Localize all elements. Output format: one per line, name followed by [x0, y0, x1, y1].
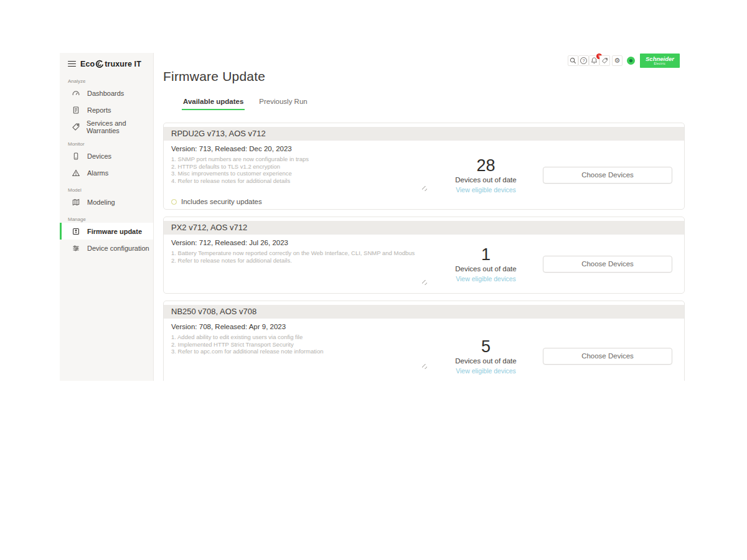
sidebar-item-label: Modeling — [87, 198, 115, 206]
card-title: NB250 v708, AOS v708 — [164, 305, 684, 319]
security-note-row: Includes security updates — [171, 198, 429, 205]
sidebar-item-label: Services and Warranties — [87, 119, 153, 134]
choose-devices-button[interactable]: Choose Devices — [543, 256, 672, 273]
card-title: RPDU2G v713, AOS v712 — [164, 127, 684, 141]
promo-tag-icon — [601, 57, 609, 65]
help-icon: ? — [580, 57, 587, 64]
sliders-icon — [72, 243, 81, 253]
map-icon — [72, 197, 81, 207]
firmware-update-icon — [72, 226, 81, 236]
schneider-logo-line2: Electric — [654, 62, 666, 65]
release-note: 2. HTTPS defaults to TLS v1.2 encryption — [171, 163, 429, 170]
choose-devices-button[interactable]: Choose Devices — [543, 167, 672, 184]
sidebar-item-firmware-update[interactable]: Firmware update — [60, 223, 153, 240]
release-note: 2. Implemented HTTP Strict Transport Sec… — [171, 341, 429, 348]
devices-count-label: Devices out of date — [429, 357, 543, 365]
search-icon — [569, 57, 577, 65]
sidebar-item-label: Device configuration — [87, 245, 149, 252]
sidebar-item-label: Devices — [87, 152, 111, 160]
card-title: PX2 v712, AOS v712 — [164, 221, 684, 235]
gear-icon: ⚙ — [614, 57, 621, 64]
update-card-nb250: NB250 v708, AOS v708 Version: 708, Relea… — [163, 301, 685, 381]
version-line: Version: 708, Released: Apr 9, 2023 — [171, 323, 429, 330]
brand: Eco truxure IT — [60, 53, 153, 68]
schneider-logo-line1: Schneider — [646, 56, 674, 62]
sidebar-item-label: Firmware update — [87, 228, 142, 235]
release-note: 4. Refer to release notes for additional… — [171, 177, 429, 185]
release-note: 1. Battery Temperature now reported corr… — [171, 250, 429, 257]
ecostruxure-swirl-icon — [95, 60, 104, 68]
view-eligible-devices-link[interactable]: View eligible devices — [429, 275, 543, 282]
section-label-model: Model — [68, 187, 153, 194]
user-avatar[interactable] — [627, 57, 635, 65]
brand-rest: truxure IT — [105, 60, 141, 68]
security-note-label: Includes security updates — [181, 198, 262, 205]
sidebar-item-label: Alarms — [87, 169, 108, 177]
view-eligible-devices-link[interactable]: View eligible devices — [429, 367, 543, 375]
release-note: 3. Refer to apc.com for additional relea… — [171, 348, 429, 355]
topbar: ? 3 ⚙ Schneider Electric — [568, 54, 680, 68]
release-notes: 1. Added ability to edit existing users … — [171, 334, 429, 370]
menu-icon[interactable] — [68, 61, 76, 67]
release-note: 1. SNMP port numbers are now configurabl… — [171, 156, 429, 163]
device-icon — [72, 151, 81, 161]
page-title: Firmware Update — [163, 69, 687, 84]
resize-grip-icon[interactable] — [422, 280, 427, 285]
resize-grip-icon[interactable] — [422, 364, 427, 369]
sidebar-item-label: Dashboards — [87, 90, 124, 97]
release-note: 2. Refer to release notes for additional… — [171, 257, 429, 264]
help-button[interactable]: ? — [578, 55, 589, 66]
security-dot-icon — [171, 199, 177, 205]
devices-count: 5 — [429, 337, 543, 356]
view-eligible-devices-link[interactable]: View eligible devices — [429, 186, 543, 194]
search-button[interactable] — [568, 55, 578, 66]
choose-devices-button[interactable]: Choose Devices — [543, 348, 672, 365]
gauge-icon — [72, 88, 81, 98]
release-notes: 1. SNMP port numbers are now configurabl… — [171, 156, 429, 192]
section-label-analyze: Analyze — [68, 78, 153, 85]
sidebar-item-device-configuration[interactable]: Device configuration — [60, 240, 153, 256]
notifications-button[interactable]: 3 — [589, 55, 599, 66]
tab-previously-run[interactable]: Previously Run — [258, 98, 308, 110]
section-label-monitor: Monitor — [68, 141, 153, 147]
tab-bar: Available updates Previously Run — [182, 98, 687, 110]
tab-available-updates[interactable]: Available updates — [182, 98, 245, 110]
version-line: Version: 712, Released: Jul 26, 2023 — [171, 239, 429, 246]
warranty-tag-icon — [72, 122, 80, 131]
release-note: 3. Misc improvements to customer experie… — [171, 170, 429, 177]
sidebar-item-dashboards[interactable]: Dashboards — [60, 85, 153, 101]
sidebar-item-devices[interactable]: Devices — [60, 147, 153, 164]
report-document-icon — [72, 105, 81, 114]
update-card-list: RPDU2G v713, AOS v712 Version: 713, Rele… — [163, 123, 685, 381]
version-line: Version: 713, Released: Dec 20, 2023 — [171, 145, 429, 152]
main-content: Firmware Update Available updates Previo… — [154, 53, 687, 381]
resize-grip-icon[interactable] — [422, 186, 427, 191]
sidebar-item-services-warranties[interactable]: Services and Warranties — [60, 118, 153, 135]
alarm-triangle-icon — [72, 168, 81, 177]
sidebar-item-reports[interactable]: Reports — [60, 101, 153, 118]
brand-logo: Eco truxure IT — [80, 60, 141, 68]
update-card-rpdu2g: RPDU2G v713, AOS v712 Version: 713, Rele… — [163, 123, 685, 210]
sidebar: Eco truxure IT Analyze Dashboards — [60, 53, 154, 381]
brand-eco: Eco — [80, 60, 95, 68]
whats-new-button[interactable] — [599, 55, 610, 66]
devices-count: 1 — [429, 245, 543, 264]
schneider-electric-logo: Schneider Electric — [640, 54, 680, 68]
sidebar-item-modeling[interactable]: Modeling — [60, 194, 153, 210]
devices-count-label: Devices out of date — [429, 265, 543, 273]
devices-count-label: Devices out of date — [429, 176, 543, 184]
ecostruxure-app-window: Eco truxure IT Analyze Dashboards — [60, 53, 687, 381]
release-notes: 1. Battery Temperature now reported corr… — [171, 250, 429, 286]
settings-button[interactable]: ⚙ — [612, 55, 622, 66]
devices-count: 28 — [429, 156, 543, 175]
release-note: 1. Added ability to edit existing users … — [171, 334, 429, 341]
sidebar-item-label: Reports — [87, 106, 111, 114]
sidebar-item-alarms[interactable]: Alarms — [60, 164, 153, 181]
section-label-manage: Manage — [68, 217, 153, 223]
update-card-px2: PX2 v712, AOS v712 Version: 712, Release… — [163, 217, 685, 294]
